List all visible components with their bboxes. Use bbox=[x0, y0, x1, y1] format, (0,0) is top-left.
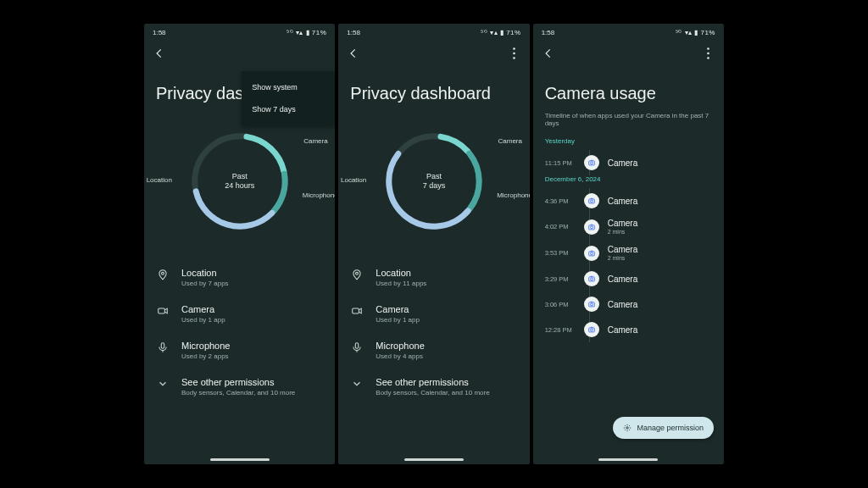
permission-location[interactable]: LocationUsed by 11 apps bbox=[350, 259, 517, 296]
permission-chevron[interactable]: See other permissionsBody sensors, Calen… bbox=[156, 369, 323, 405]
timeline-time: 3:29 PM bbox=[545, 275, 576, 283]
menu-show-7-days[interactable]: Show 7 days bbox=[242, 98, 335, 120]
timeline-section-header: Yesterday bbox=[533, 137, 724, 150]
camera-icon bbox=[350, 304, 364, 318]
timeline-title: Camera bbox=[608, 300, 638, 309]
mic-icon bbox=[350, 341, 364, 354]
gesture-bar bbox=[598, 458, 658, 461]
svg-rect-3 bbox=[161, 343, 164, 348]
permission-title: Camera bbox=[181, 304, 225, 314]
svg-point-17 bbox=[590, 200, 593, 202]
svg-point-28 bbox=[626, 427, 629, 430]
timeline-row[interactable]: 4:36 PMCamera bbox=[545, 188, 712, 214]
permission-title: Location bbox=[181, 268, 229, 278]
camera-icon bbox=[584, 155, 599, 170]
permission-subtitle: Used by 7 apps bbox=[181, 280, 229, 287]
svg-point-13 bbox=[708, 57, 710, 59]
back-button[interactable] bbox=[347, 47, 360, 60]
screen-privacy-7days: 1:58 ⁵ᴳ ▾▴ ▮ 71% Privacy dashboard Past … bbox=[338, 24, 529, 464]
usage-donut: Past 24 hours Camera Microphone Location bbox=[181, 122, 299, 241]
donut-center-l1: Past bbox=[232, 172, 248, 181]
status-right: ⁵ᴳ ▾▴ ▮ 71% bbox=[287, 29, 326, 36]
status-bar: 1:58 ⁵ᴳ ▾▴ ▮ 71% bbox=[533, 24, 724, 40]
permission-mic[interactable]: MicrophoneUsed by 4 apps bbox=[350, 332, 517, 369]
svg-point-12 bbox=[708, 53, 710, 55]
status-right: ⁵ᴳ ▾▴ ▮ 71% bbox=[676, 29, 715, 36]
svg-point-19 bbox=[590, 225, 593, 228]
timeline-title: Camera bbox=[608, 245, 638, 254]
donut-label-camera: Camera bbox=[303, 137, 327, 145]
svg-point-21 bbox=[590, 252, 593, 254]
mic-icon bbox=[156, 341, 170, 354]
status-bar: 1:58 ⁵ᴳ ▾▴ ▮ 71% bbox=[338, 24, 529, 40]
timeline-title: Camera bbox=[608, 158, 638, 168]
status-right: ⁵ᴳ ▾▴ ▮ 71% bbox=[481, 29, 520, 36]
page-title: Camera usage bbox=[533, 64, 724, 112]
manage-permission-button[interactable]: Manage permission bbox=[613, 417, 714, 439]
timeline-subtitle: 2 mins bbox=[608, 255, 638, 261]
camera-icon bbox=[584, 297, 599, 312]
camera-icon bbox=[584, 322, 599, 337]
svg-point-5 bbox=[513, 53, 515, 55]
chevron-icon bbox=[156, 377, 170, 391]
location-icon bbox=[156, 268, 170, 281]
permission-camera[interactable]: CameraUsed by 1 app bbox=[350, 296, 517, 332]
timeline-row[interactable]: 3:53 PMCamera2 mins bbox=[545, 240, 712, 266]
back-button[interactable] bbox=[542, 47, 555, 60]
camera-icon bbox=[156, 304, 170, 318]
permission-title: See other permissions bbox=[181, 377, 295, 387]
usage-donut: Past 7 days Camera Microphone Location bbox=[375, 122, 493, 241]
menu-show-system[interactable]: Show system bbox=[242, 76, 335, 98]
gesture-bar bbox=[210, 458, 270, 461]
timeline-section-header: December 6, 2024 bbox=[533, 175, 724, 188]
timeline-row[interactable]: 3:29 PMCamera bbox=[545, 266, 712, 291]
timeline-time: 3:06 PM bbox=[545, 301, 576, 308]
donut-label-microphone: Microphone bbox=[303, 191, 335, 199]
status-time: 1:58 bbox=[542, 29, 555, 36]
overflow-button[interactable] bbox=[508, 47, 521, 60]
svg-point-8 bbox=[356, 272, 359, 274]
permission-mic[interactable]: MicrophoneUsed by 2 apps bbox=[156, 332, 323, 369]
overflow-button[interactable] bbox=[702, 47, 715, 60]
donut-center-l1: Past bbox=[426, 172, 442, 181]
screen-privacy-24h: 1:58 ⁵ᴳ ▾▴ ▮ 71% Show system Show 7 days… bbox=[144, 24, 335, 464]
status-bar: 1:58 ⁵ᴳ ▾▴ ▮ 71% bbox=[144, 24, 335, 40]
permission-title: Camera bbox=[376, 304, 420, 314]
camera-icon bbox=[584, 193, 599, 208]
permission-subtitle: Used by 1 app bbox=[181, 316, 225, 324]
timeline-row[interactable]: 4:02 PMCamera2 mins bbox=[545, 214, 712, 240]
timeline-time: 4:02 PM bbox=[545, 223, 576, 230]
svg-rect-10 bbox=[356, 343, 359, 348]
camera-icon bbox=[584, 271, 599, 286]
permission-subtitle: Body sensors, Calendar, and 10 more bbox=[376, 389, 489, 396]
timeline-row[interactable]: 11:15 PMCamera bbox=[545, 150, 712, 175]
svg-rect-2 bbox=[159, 308, 165, 313]
page-title: Privacy dashboard bbox=[338, 64, 529, 112]
timeline-time: 4:36 PM bbox=[545, 197, 576, 205]
screen-camera-usage: 1:58 ⁵ᴳ ▾▴ ▮ 71% Camera usage Timeline o… bbox=[533, 24, 724, 464]
svg-rect-9 bbox=[353, 308, 359, 313]
gear-icon bbox=[623, 424, 632, 432]
status-time: 1:58 bbox=[347, 29, 360, 36]
svg-point-27 bbox=[590, 329, 593, 331]
permission-location[interactable]: LocationUsed by 7 apps bbox=[156, 259, 323, 296]
permission-chevron[interactable]: See other permissionsBody sensors, Calen… bbox=[350, 369, 517, 405]
back-button[interactable] bbox=[153, 47, 166, 60]
timeline-time: 11:15 PM bbox=[545, 159, 576, 167]
chevron-icon bbox=[350, 377, 364, 391]
permission-title: Microphone bbox=[181, 341, 230, 351]
donut-center-l2: 24 hours bbox=[225, 181, 254, 191]
donut-center-l2: 7 days bbox=[423, 181, 446, 191]
timeline-row[interactable]: 12:28 PMCamera bbox=[545, 317, 712, 342]
svg-point-23 bbox=[590, 278, 593, 280]
donut-label-camera: Camera bbox=[498, 137, 522, 145]
timeline-row[interactable]: 3:06 PMCamera bbox=[545, 291, 712, 317]
svg-point-25 bbox=[590, 303, 593, 306]
permission-subtitle: Body sensors, Calendar, and 10 more bbox=[181, 389, 295, 396]
permission-subtitle: Used by 11 apps bbox=[376, 280, 426, 287]
timeline-title: Camera bbox=[608, 325, 638, 335]
permission-camera[interactable]: CameraUsed by 1 app bbox=[156, 296, 323, 332]
page-subtitle: Timeline of when apps used your Camera i… bbox=[533, 112, 724, 137]
timeline-title: Camera bbox=[608, 274, 638, 284]
svg-point-6 bbox=[513, 57, 515, 59]
